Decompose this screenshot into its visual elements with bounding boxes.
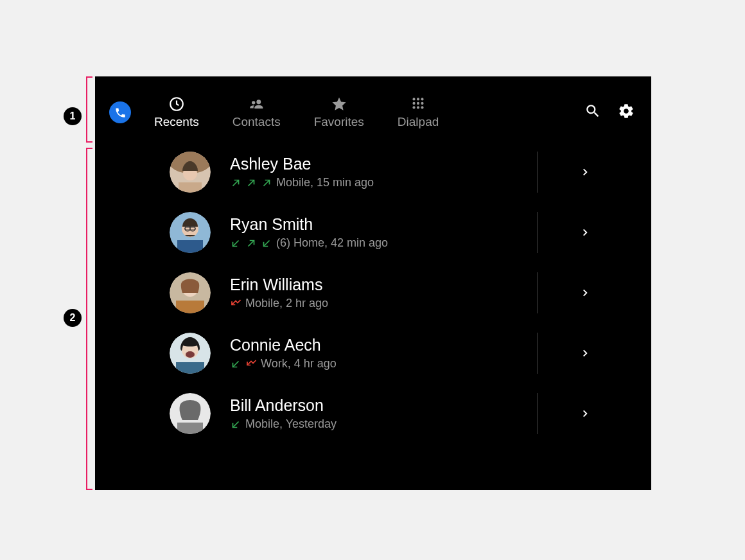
svg-point-31 (186, 351, 195, 358)
call-meta: Work, 4 hr ago (261, 357, 337, 371)
call-row[interactable]: Ashley Bae Mobile, 15 min ago (170, 142, 651, 202)
call-subtitle: Mobile, 15 min ago (230, 176, 537, 189)
call-name: Connie Aech (230, 336, 537, 354)
star-icon (331, 96, 347, 112)
call-info: Ashley Bae Mobile, 15 min ago (230, 155, 537, 189)
call-detail-button[interactable] (537, 272, 632, 313)
svg-point-6 (412, 102, 415, 105)
chevron-right-icon (581, 288, 590, 297)
call-info: Ryan Smith (6) Home, 42 min ago (230, 215, 537, 250)
avatar (170, 212, 211, 253)
call-info: Bill Anderson Mobile, Yesterday (230, 396, 537, 431)
call-name: Erin Williams (230, 276, 537, 294)
chevron-right-icon (581, 168, 590, 177)
avatar (170, 152, 211, 193)
search-icon (584, 103, 601, 122)
outgoing-call-icon (261, 177, 272, 189)
svg-rect-16 (179, 182, 202, 193)
svg-point-5 (421, 98, 423, 100)
gear-icon (618, 103, 635, 122)
avatar (170, 272, 211, 313)
svg-point-4 (417, 98, 419, 100)
call-name: Bill Anderson (230, 396, 537, 415)
call-detail-button[interactable] (537, 212, 632, 253)
call-row[interactable]: Erin Williams Mobile, 2 hr ago (170, 263, 651, 323)
svg-rect-23 (177, 240, 203, 253)
svg-point-9 (412, 106, 415, 109)
call-subtitle: Work, 4 hr ago (230, 357, 537, 371)
clock-icon (168, 96, 185, 112)
outgoing-call-icon (230, 177, 241, 189)
call-name: Ryan Smith (230, 215, 537, 234)
tab-favorites[interactable]: Favorites (314, 96, 364, 129)
call-info: Erin Williams Mobile, 2 hr ago (230, 276, 537, 310)
chevron-right-icon (581, 228, 590, 237)
tabs: Recents Contacts Favorites Dialpad (154, 96, 439, 129)
svg-point-11 (421, 106, 423, 109)
settings-button[interactable] (617, 103, 636, 122)
tab-contacts-label: Contacts (232, 115, 281, 129)
svg-rect-27 (176, 301, 204, 313)
call-detail-button[interactable] (537, 152, 632, 193)
call-name: Ashley Bae (230, 155, 537, 173)
outgoing-call-icon (245, 177, 257, 189)
call-meta: (6) Home, 42 min ago (276, 236, 388, 250)
avatar (170, 393, 211, 434)
tab-contacts[interactable]: Contacts (232, 96, 281, 129)
chevron-right-icon (581, 409, 590, 418)
people-icon (248, 96, 265, 112)
svg-rect-36 (177, 423, 203, 434)
missed-call-icon (230, 298, 241, 310)
call-detail-button[interactable] (537, 333, 632, 374)
annotation-bracket-2 (86, 148, 92, 490)
call-row[interactable]: Ryan Smith (6) Home, 42 min ago (170, 202, 651, 263)
call-subtitle: Mobile, 2 hr ago (230, 297, 537, 310)
svg-point-8 (421, 102, 423, 105)
call-row[interactable]: Bill Anderson Mobile, Yesterday (170, 383, 651, 444)
call-info: Connie Aech Work, 4 hr ago (230, 336, 537, 371)
call-detail-button[interactable] (537, 393, 632, 434)
svg-point-7 (417, 102, 419, 105)
avatar (170, 333, 211, 374)
outgoing-call-icon (245, 238, 257, 249)
incoming-call-icon (230, 238, 241, 249)
phone-app-icon[interactable] (109, 101, 131, 123)
svg-point-1 (257, 100, 261, 104)
tab-dialpad-label: Dialpad (398, 115, 439, 129)
tab-recents[interactable]: Recents (154, 96, 199, 129)
call-subtitle: (6) Home, 42 min ago (230, 236, 537, 250)
top-bar: Recents Contacts Favorites Dialpad (95, 83, 651, 142)
missed-call-icon (245, 358, 257, 370)
annotation-badge-1: 1 (64, 107, 82, 125)
call-meta: Mobile, 15 min ago (276, 176, 374, 189)
tab-dialpad[interactable]: Dialpad (398, 96, 439, 129)
tab-recents-label: Recents (154, 115, 199, 129)
call-meta: Mobile, 2 hr ago (245, 297, 328, 310)
dialpad-icon (410, 96, 426, 112)
svg-point-10 (417, 106, 419, 109)
call-row[interactable]: Connie Aech Work, 4 hr ago (170, 323, 651, 383)
tab-favorites-label: Favorites (314, 115, 364, 129)
phone-app-screen: Recents Contacts Favorites Dialpad (95, 76, 651, 490)
search-button[interactable] (583, 103, 602, 122)
annotation-bracket-1 (86, 76, 92, 143)
incoming-call-icon (230, 358, 241, 370)
svg-point-3 (412, 98, 415, 100)
call-list: Ashley Bae Mobile, 15 min ago Ryan Smith (95, 142, 651, 444)
chevron-right-icon (581, 349, 590, 358)
call-subtitle: Mobile, Yesterday (230, 417, 537, 431)
svg-point-2 (252, 101, 255, 104)
annotation-badge-2: 2 (64, 309, 82, 327)
call-meta: Mobile, Yesterday (245, 417, 337, 431)
svg-rect-32 (176, 362, 204, 374)
incoming-call-icon (261, 238, 272, 249)
incoming-call-icon (230, 419, 241, 430)
